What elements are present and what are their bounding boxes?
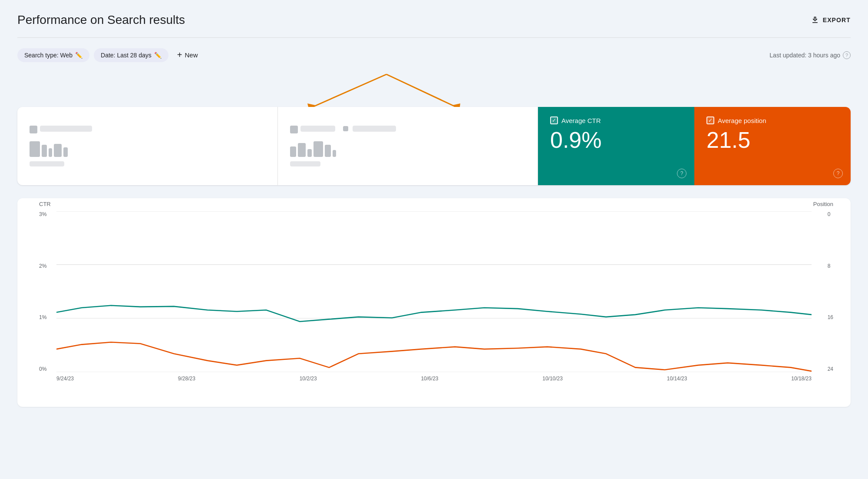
x-label-6: 10/18/23 bbox=[791, 376, 812, 382]
y-axis-right: 0 8 16 24 bbox=[824, 211, 833, 372]
position-value: 21.5 bbox=[706, 129, 838, 151]
download-icon bbox=[811, 16, 819, 24]
header-divider bbox=[17, 37, 851, 38]
help-icon[interactable]: ? bbox=[843, 51, 851, 59]
chart-container: CTR Position 3% 2% 1% 0% 0 8 16 24 bbox=[39, 211, 833, 394]
position-axis-label: Position bbox=[813, 201, 833, 207]
x-label-3: 10/6/23 bbox=[421, 376, 438, 382]
export-button[interactable]: EXPORT bbox=[811, 16, 851, 24]
y-left-0: 0% bbox=[39, 366, 46, 372]
chart-svg-wrapper bbox=[56, 211, 812, 372]
search-type-filter[interactable]: Search type: Web ✏️ bbox=[17, 48, 89, 62]
last-updated: Last updated: 3 hours ago ? bbox=[769, 51, 851, 59]
ctr-label: Average CTR bbox=[561, 117, 601, 124]
svg-line-2 bbox=[386, 74, 456, 107]
y-left-2: 2% bbox=[39, 263, 46, 269]
edit-icon-date: ✏️ bbox=[154, 52, 162, 59]
arrow-annotation bbox=[256, 72, 517, 111]
ctr-axis-label: CTR bbox=[39, 201, 51, 207]
y-right-16: 16 bbox=[828, 314, 833, 320]
y-left-3: 3% bbox=[39, 211, 46, 217]
x-axis-labels: 9/24/23 9/28/23 10/2/23 10/6/23 10/10/23… bbox=[56, 372, 812, 394]
chart-section: CTR Position 3% 2% 1% 0% 0 8 16 24 bbox=[17, 198, 851, 407]
y-axis-left: 3% 2% 1% 0% bbox=[39, 211, 50, 372]
avg-ctr-card[interactable]: ✓ Average CTR 0.9% ? bbox=[538, 107, 694, 185]
ctr-help-icon[interactable]: ? bbox=[677, 169, 686, 178]
y-right-24: 24 bbox=[828, 366, 833, 372]
date-filter[interactable]: Date: Last 28 days ✏️ bbox=[94, 48, 168, 62]
page-header: Performance on Search results EXPORT bbox=[17, 13, 851, 27]
x-label-0: 9/24/23 bbox=[56, 376, 74, 382]
avg-position-card[interactable]: ✓ Average position 21.5 ? bbox=[694, 107, 851, 185]
annotation-area bbox=[17, 72, 851, 111]
metric-cards-section: ✓ Average CTR 0.9% ? ✓ Average position … bbox=[17, 107, 851, 185]
position-checkbox[interactable]: ✓ bbox=[706, 116, 714, 124]
avg-position-header: ✓ Average position bbox=[706, 116, 838, 124]
position-help-icon[interactable]: ? bbox=[833, 169, 843, 178]
ctr-value: 0.9% bbox=[550, 129, 682, 151]
position-line bbox=[56, 342, 812, 371]
blurred-metric-1 bbox=[17, 107, 278, 185]
position-label: Average position bbox=[718, 117, 766, 124]
ctr-checkbox[interactable]: ✓ bbox=[550, 116, 558, 124]
x-label-1: 9/28/23 bbox=[178, 376, 195, 382]
svg-line-0 bbox=[313, 74, 386, 107]
avg-ctr-header: ✓ Average CTR bbox=[550, 116, 682, 124]
y-left-1: 1% bbox=[39, 314, 46, 320]
y-right-8: 8 bbox=[828, 263, 831, 269]
new-filter-button[interactable]: + New bbox=[173, 47, 202, 63]
y-right-0: 0 bbox=[828, 211, 831, 217]
x-label-5: 10/14/23 bbox=[667, 376, 687, 382]
filters-row: Search type: Web ✏️ Date: Last 28 days ✏… bbox=[17, 47, 851, 63]
x-label-4: 10/10/23 bbox=[542, 376, 563, 382]
x-label-2: 10/2/23 bbox=[300, 376, 317, 382]
plus-icon: + bbox=[177, 50, 182, 60]
ctr-line bbox=[56, 306, 812, 322]
page-title: Performance on Search results bbox=[17, 13, 185, 27]
chart-svg bbox=[56, 211, 812, 372]
blurred-metric-2 bbox=[278, 107, 538, 185]
edit-icon: ✏️ bbox=[75, 52, 83, 59]
